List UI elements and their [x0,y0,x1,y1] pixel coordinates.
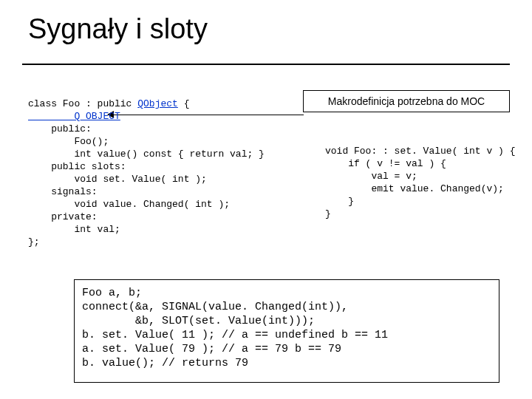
code-line: public slots: [28,161,126,172]
slide: { "title": "Sygnały i sloty", "callout":… [0,0,532,399]
code-line: &b, SLOT(set. Value(int))); [82,315,315,327]
code-line: private: [28,211,98,222]
code-line: } [325,196,354,207]
code-line: if ( v != val ) { [325,158,446,169]
code-line: Foo(); [28,136,109,147]
code-line: int val; [28,224,120,235]
code-line: void Foo: : set. Value( int v ) { [325,146,515,157]
code-line: } [325,208,331,219]
code-line: b. value(); // returns 79 [82,357,248,369]
qobject-link[interactable]: QObject [137,98,178,109]
callout-box: Makrodefinicja potrzebna do MOC [303,90,510,112]
code-line: signals: [28,186,98,197]
qobject-macro-link[interactable]: Q_OBJECT [28,111,120,122]
code-line: val = v; [325,171,417,182]
callout-text: Makrodefinicja potrzebna do MOC [328,95,485,107]
title-divider [22,64,510,65]
code-line: class Foo : public [28,98,137,109]
code-line: int value() const { return val; } [28,149,265,160]
code-line: void value. Changed( int ); [28,199,230,210]
code-line: Foo a, b; [82,287,142,299]
code-line: emit value. Changed(v); [325,183,504,194]
code-block-right: void Foo: : set. Value( int v ) { if ( v… [325,145,525,220]
code-line: void set. Value( int ); [28,174,207,185]
code-line: connect(&a, SIGNAL(value. Changed(int)), [82,301,348,313]
code-block-left: class Foo : public QObject { Q_OBJECT pu… [28,98,309,248]
code-block-bottom: Foo a, b; connect(&a, SIGNAL(value. Chan… [74,279,499,383]
code-line: b. set. Value( 11 ); // a == undefined b… [82,329,388,341]
code-line: public: [28,123,92,134]
code-line: { [178,98,190,109]
code-line: a. set. Value( 79 ); // a == 79 b == 79 [82,343,341,355]
code-line: }; [28,236,40,248]
slide-title: Sygnały i sloty [28,13,208,45]
